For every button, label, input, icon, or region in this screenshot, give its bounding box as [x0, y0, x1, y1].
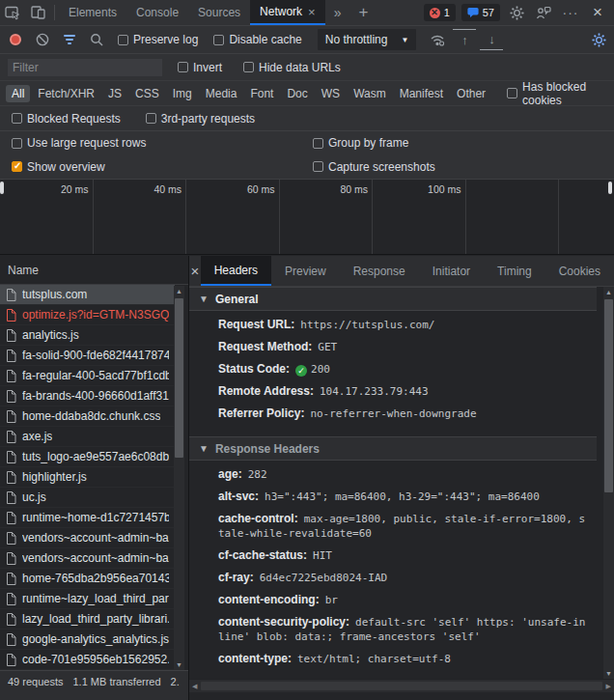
throttling-dropdown[interactable]: No throttling ▼ — [318, 29, 417, 50]
console-errors-badge[interactable]: ✕ 1 — [424, 4, 456, 21]
more-tabs-icon[interactable]: » — [325, 0, 350, 25]
overview-left-handle[interactable] — [0, 182, 4, 194]
scroll-left-icon[interactable]: ◀ — [192, 683, 197, 690]
request-row[interactable]: vendors~account~admin~ba. — [0, 548, 175, 569]
issues-badge[interactable]: 57 — [461, 4, 500, 21]
blocked-requests-checkbox[interactable]: Blocked Requests — [6, 112, 126, 126]
scrollbar-thumb[interactable] — [175, 298, 183, 458]
details-scrollbar[interactable]: ▲ ▼ — [603, 287, 614, 679]
has-blocked-cookies-checkbox[interactable]: Has blocked cookies — [501, 80, 608, 107]
request-row[interactable]: fa-solid-900-fde682f4417874. — [0, 346, 175, 366]
resource-type-chip[interactable]: All — [6, 85, 30, 102]
network-conditions-icon[interactable] — [426, 29, 449, 50]
request-row[interactable]: home-765dba2b956ea70143. — [0, 569, 175, 589]
inspect-element-icon[interactable] — [0, 0, 25, 25]
resource-type-chip[interactable]: Doc — [281, 85, 313, 102]
resource-type-chip[interactable]: Other — [451, 85, 491, 102]
show-overview-checkbox[interactable]: Show overview — [6, 160, 307, 174]
scroll-down-icon[interactable]: ▼ — [176, 659, 182, 670]
details-tab[interactable]: Cookies — [545, 256, 614, 286]
details-tab[interactable]: Timing — [484, 256, 545, 286]
filter-input[interactable] — [8, 59, 162, 76]
devtools-window: Elements × Console × Sources × Network × — [0, 0, 614, 700]
details-tab[interactable]: Headers — [201, 256, 271, 286]
request-list-scrollbar[interactable]: ▲ ▼ — [174, 286, 184, 670]
group-by-frame-checkbox[interactable]: Group by frame — [307, 136, 608, 150]
checkbox[interactable] — [118, 35, 128, 45]
import-har-icon[interactable]: ↑ — [453, 29, 476, 50]
close-tab-icon[interactable]: × — [308, 6, 316, 18]
use-large-request-rows-checkbox[interactable]: Use large request rows — [6, 136, 307, 150]
request-row[interactable]: runtime~home-d1c7271457b. — [0, 508, 175, 528]
chevron-down-icon: ▼ — [401, 36, 408, 44]
add-tab-icon[interactable]: + — [350, 0, 377, 25]
details-tab[interactable]: Preview — [271, 256, 340, 286]
filter-icon[interactable] — [58, 29, 81, 50]
panel-tab[interactable]: Network × — [250, 0, 325, 25]
invert-checkbox[interactable]: Invert — [172, 61, 228, 74]
request-row[interactable]: fa-brands-400-96660d1aff31. — [0, 386, 175, 406]
disable-cache-checkbox[interactable]: Disable cache — [208, 33, 307, 46]
scrollbar-thumb[interactable] — [604, 299, 613, 492]
panel-tab[interactable]: Elements × — [59, 0, 126, 25]
scroll-up-icon[interactable]: ▲ — [176, 286, 182, 296]
panel-tab[interactable]: Sources × — [188, 0, 250, 25]
resource-type-chip[interactable]: WS — [316, 85, 346, 102]
document-icon — [6, 370, 16, 382]
third-party-requests-checkbox[interactable]: 3rd-party requests — [140, 112, 261, 126]
details-tab[interactable]: Response — [340, 256, 419, 286]
details-tab[interactable]: Initiator — [419, 256, 484, 286]
resource-type-chip[interactable]: CSS — [129, 85, 165, 102]
network-settings-gear-icon[interactable] — [587, 29, 610, 50]
request-row[interactable]: tuts_logo-ae9e557ae6c08db. — [0, 447, 175, 467]
search-icon[interactable] — [85, 29, 108, 50]
request-row[interactable]: lazy_load_third_party_librari.. — [0, 609, 175, 630]
request-row[interactable]: google-analytics_analytics.js.. — [0, 630, 175, 650]
resource-type-chip[interactable]: JS — [102, 85, 127, 102]
request-row[interactable]: fa-regular-400-5acd77bf1cdb. — [0, 366, 175, 386]
close-devtools-icon[interactable]: × — [587, 2, 608, 23]
name-column-header[interactable]: Name — [0, 256, 188, 285]
resource-type-chip[interactable]: Wasm — [348, 85, 392, 102]
capture-screenshots-checkbox[interactable]: Capture screenshots — [307, 160, 608, 174]
resource-type-chip[interactable]: Manifest — [394, 85, 449, 102]
export-har-icon[interactable]: ↓ — [480, 29, 503, 50]
scroll-right-icon[interactable]: ▶ — [606, 683, 611, 690]
request-row[interactable]: runtime~lazy_load_third_part — [0, 589, 175, 609]
request-row[interactable]: vendors~account~admin~ba. — [0, 528, 175, 548]
request-row[interactable]: tutsplus.com — [0, 285, 175, 305]
resource-type-chip[interactable]: Media — [200, 85, 243, 102]
network-overview-timeline[interactable]: 20 ms 40 ms 60 ms 80 ms 100 ms — [0, 180, 614, 255]
request-row[interactable]: code-701e95956eb1562952.. — [0, 650, 175, 670]
resource-type-chip[interactable]: Img — [167, 85, 198, 102]
scroll-up-icon[interactable]: ▲ — [605, 287, 612, 297]
panel-tab[interactable]: Console × — [126, 0, 188, 25]
feedback-person-icon[interactable] — [533, 2, 554, 23]
request-row[interactable]: highlighter.js — [0, 467, 175, 488]
request-row[interactable]: optimize.js?id=GTM-N3SGQR — [0, 305, 175, 325]
overview-right-handle[interactable] — [608, 182, 612, 194]
document-icon — [6, 613, 16, 626]
hide-data-urls-checkbox[interactable]: Hide data URLs — [237, 61, 347, 74]
more-options-icon[interactable]: ··· — [560, 2, 581, 23]
request-row[interactable]: analytics.js — [0, 325, 175, 346]
request-row[interactable]: axe.js — [0, 427, 175, 447]
clear-network-log-icon[interactable] — [31, 29, 54, 50]
request-row[interactable]: uc.js — [0, 488, 175, 508]
headers-content: ▼ General Request URL:✓https://tutsplus.… — [189, 287, 614, 679]
response-headers-section-header[interactable]: ▼ Response Headers — [189, 436, 597, 461]
resource-type-chip[interactable]: Font — [244, 85, 279, 102]
record-network-log-icon[interactable] — [4, 29, 27, 50]
checkbox[interactable] — [213, 35, 224, 45]
preserve-log-checkbox[interactable]: Preserve log — [112, 33, 204, 46]
header-row: cf-ray:✓6d4ec7225ebd8024-IAD — [189, 567, 597, 589]
resource-type-chip[interactable]: Fetch/XHR — [32, 85, 100, 102]
details-horizontal-scrollbar[interactable]: ◀ ▶ — [189, 679, 614, 692]
scrollbar-thumb[interactable] — [201, 682, 601, 690]
close-details-icon[interactable]: × — [189, 256, 201, 286]
scroll-down-icon[interactable]: ▼ — [605, 668, 612, 679]
settings-gear-icon[interactable] — [506, 2, 527, 23]
device-toolbar-icon[interactable] — [25, 0, 50, 25]
general-section-header[interactable]: ▼ General — [189, 287, 597, 311]
request-row[interactable]: home-ddaba8dc.chunk.css — [0, 406, 175, 427]
